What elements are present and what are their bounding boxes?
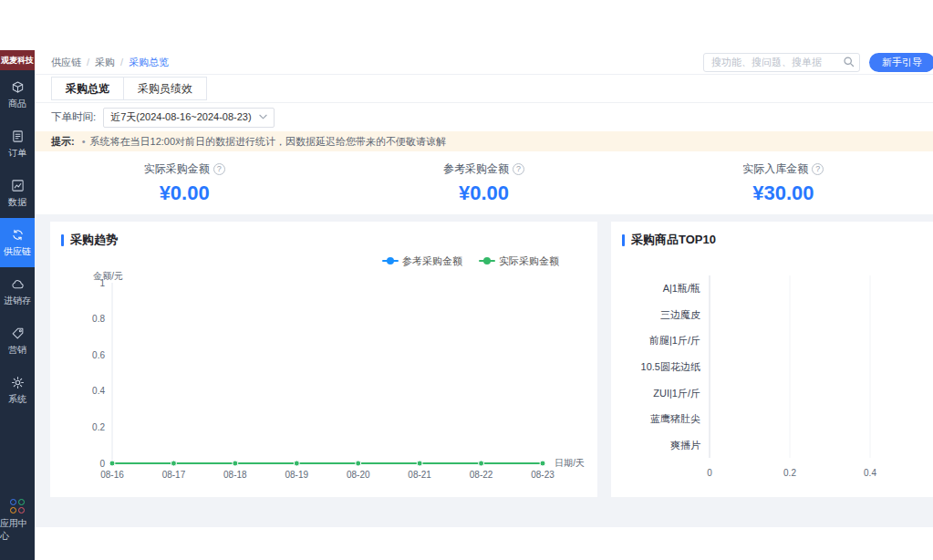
- svg-text:08-20: 08-20: [347, 470, 370, 480]
- sidebar-item-data[interactable]: 数据: [0, 169, 35, 218]
- product-box-icon: [11, 80, 25, 94]
- stat-label-text: 实际采购金额: [144, 161, 210, 177]
- chevron-down-icon: [259, 114, 267, 120]
- stat-actual-inbound-amount: 实际入库金额 ? ¥30.00: [634, 151, 933, 214]
- notice-bar: 提示: • 系统将在当日12:00对前日的数据进行统计，因数据延迟给您带来的不便…: [35, 131, 933, 151]
- svg-text:0: 0: [707, 468, 712, 478]
- purchase-trend-chart[interactable]: 00.20.40.60.81金额/元08-1608-1708-1808-1908…: [59, 270, 586, 494]
- breadcrumb-purchase-overview: 采购总览: [129, 56, 169, 69]
- sidebar-item-orders[interactable]: 订单: [0, 119, 35, 169]
- panel-title-text: 采购趋势: [70, 232, 118, 248]
- svg-text:0.6: 0.6: [92, 350, 105, 360]
- svg-text:08-16: 08-16: [100, 470, 124, 480]
- legend-label: 实际采购金额: [499, 254, 559, 268]
- stats-row: 实际采购金额 ? ¥0.00 参考采购金额 ? ¥0.00 实际入库金额 ? ¥…: [35, 151, 933, 214]
- sidebar-item-marketing[interactable]: 营销: [0, 316, 35, 366]
- supply-chain-icon: [11, 228, 25, 242]
- purchase-trend-panel: 采购趋势 参考采购金额实际采购金额 00.20.40.60.81金额/元08-1…: [50, 222, 597, 497]
- svg-text:金额/元: 金额/元: [92, 271, 123, 281]
- svg-text:08-18: 08-18: [223, 470, 247, 480]
- stat-value: ¥0.00: [459, 181, 509, 205]
- help-icon[interactable]: ?: [812, 163, 824, 175]
- stat-label-text: 参考采购金额: [443, 161, 509, 177]
- order-time-select[interactable]: 近7天(2024-08-16~2024-08-23): [103, 108, 274, 128]
- sidebar-item-label: 订单: [8, 147, 26, 160]
- svg-text:08-17: 08-17: [162, 470, 186, 480]
- app-frame: 观麦科技 商品 订单 数据 供应链: [0, 50, 933, 560]
- sidebar-item-label: 进销存: [4, 295, 31, 307]
- svg-text:爽播片: 爽播片: [670, 440, 700, 451]
- sidebar-item-label: 供应链: [4, 245, 31, 258]
- main-content: 供应链 / 采购 / 采购总览 新手引导 采购总览 采购员绩效 下单时: [35, 50, 933, 560]
- svg-text:日期/天: 日期/天: [555, 458, 585, 468]
- data-chart-icon: [11, 179, 25, 192]
- legend-marker: [382, 257, 399, 264]
- marketing-tag-icon: [11, 327, 25, 340]
- top10-products-panel: 采购商品TOP10 A|1瓶/瓶三边魔皮前腿|1斤/斤10.5圆花边纸ZUI|1…: [611, 222, 933, 497]
- svg-text:ZUI|1斤/斤: ZUI|1斤/斤: [653, 388, 700, 399]
- panel-title: 采购商品TOP10: [620, 222, 933, 252]
- order-time-value: 近7天(2024-08-16~2024-08-23): [110, 110, 251, 124]
- stat-label: 实际采购金额 ?: [144, 161, 225, 177]
- sidebar-item-supply-chain[interactable]: 供应链: [0, 218, 35, 267]
- search-input[interactable]: [703, 53, 860, 72]
- stat-actual-purchase-amount: 实际采购金额 ? ¥0.00: [35, 151, 334, 214]
- chart-legend: 参考采购金额实际采购金额: [59, 252, 588, 270]
- order-time-label: 下单时间:: [51, 110, 96, 124]
- top-header: 供应链 / 采购 / 采购总览 新手引导: [35, 50, 933, 75]
- sidebar-item-label: 系统: [8, 393, 26, 406]
- breadcrumb-separator: /: [120, 57, 123, 67]
- search-box: [703, 53, 860, 72]
- sidebar-item-app-center[interactable]: 应用中心: [0, 496, 35, 545]
- panel-title-text: 采购商品TOP10: [631, 232, 716, 248]
- tab-buyer-performance[interactable]: 采购员绩效: [123, 77, 207, 100]
- svg-text:08-19: 08-19: [285, 470, 308, 480]
- stat-label-text: 实际入库金额: [742, 161, 808, 177]
- sidebar-item-products[interactable]: 商品: [0, 70, 35, 119]
- breadcrumb-supply-chain[interactable]: 供应链: [51, 56, 81, 69]
- svg-text:0: 0: [99, 459, 105, 469]
- help-icon[interactable]: ?: [513, 163, 524, 175]
- stat-value: ¥30.00: [752, 181, 814, 205]
- system-gear-icon: [11, 376, 25, 389]
- sidebar-item-inventory[interactable]: 进销存: [0, 267, 35, 316]
- notice-bullet: •: [82, 136, 86, 147]
- legend-label: 参考采购金额: [402, 254, 462, 268]
- search-icon[interactable]: [843, 56, 855, 68]
- sidebar-item-system[interactable]: 系统: [0, 366, 35, 415]
- title-accent-bar: [61, 234, 64, 246]
- legend-item[interactable]: 参考采购金额: [382, 254, 462, 268]
- notice-prefix: 提示:: [51, 135, 75, 149]
- help-icon[interactable]: ?: [213, 163, 225, 175]
- content-spacer: [35, 497, 933, 527]
- legend-item[interactable]: 实际采购金额: [479, 254, 559, 268]
- app-center-icon: [10, 499, 25, 513]
- sidebar-item-label: 营销: [8, 344, 26, 357]
- sidebar: 观麦科技 商品 订单 数据 供应链: [0, 50, 35, 560]
- svg-text:0.2: 0.2: [92, 422, 105, 432]
- order-doc-icon: [11, 130, 25, 143]
- svg-text:前腿|1斤/斤: 前腿|1斤/斤: [648, 335, 700, 346]
- panel-title: 采购趋势: [59, 222, 588, 252]
- svg-text:0.2: 0.2: [783, 468, 796, 478]
- tab-bar: 采购总览 采购员绩效: [35, 75, 933, 103]
- tab-purchase-overview[interactable]: 采购总览: [51, 77, 124, 100]
- sidebar-item-label: 数据: [8, 196, 26, 209]
- svg-text:08-23: 08-23: [531, 470, 555, 480]
- inventory-cloud-icon: [11, 277, 25, 291]
- stat-reference-purchase-amount: 参考采购金额 ? ¥0.00: [334, 151, 633, 214]
- title-accent-bar: [622, 234, 625, 246]
- svg-text:0.8: 0.8: [92, 314, 105, 324]
- svg-text:A|1瓶/瓶: A|1瓶/瓶: [663, 283, 700, 294]
- breadcrumb: 供应链 / 采购 / 采购总览: [51, 56, 169, 69]
- top10-products-chart[interactable]: A|1瓶/瓶三边魔皮前腿|1斤/斤10.5圆花边纸ZUI|1斤/斤蓝鹰猪肚尖爽播…: [620, 264, 933, 489]
- svg-text:10.5圆花边纸: 10.5圆花边纸: [641, 361, 700, 372]
- breadcrumb-purchase[interactable]: 采购: [95, 56, 115, 69]
- svg-text:08-22: 08-22: [470, 470, 493, 480]
- stat-value: ¥0.00: [160, 181, 210, 205]
- notice-text: 系统将在当日12:00对前日的数据进行统计，因数据延迟给您带来的不便敬请谅解: [90, 135, 447, 149]
- stat-label: 实际入库金额 ?: [742, 161, 824, 177]
- stat-label: 参考采购金额 ?: [443, 161, 524, 177]
- guide-button[interactable]: 新手引导: [869, 53, 933, 72]
- svg-text:三边魔皮: 三边魔皮: [660, 309, 700, 320]
